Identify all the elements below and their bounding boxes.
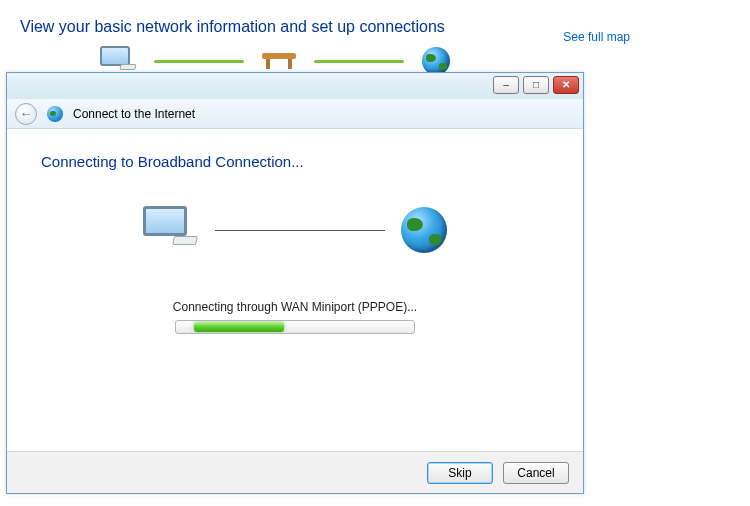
progress-bar-fill — [194, 322, 284, 332]
connect-wizard-window: – □ ✕ ← Connect to the Internet Connecti… — [6, 72, 584, 494]
computer-icon — [143, 206, 199, 254]
network-device-icon — [262, 51, 296, 71]
globe-icon — [47, 106, 63, 122]
wizard-window-title: Connect to the Internet — [73, 107, 195, 121]
wizard-heading: Connecting to Broadband Connection... — [41, 153, 549, 170]
internet-globe-icon — [401, 207, 447, 253]
connection-line-icon — [215, 230, 385, 231]
see-full-map-link[interactable]: See full map — [563, 30, 630, 44]
wizard-body: Connecting to Broadband Connection... Co… — [7, 129, 583, 449]
minimize-button[interactable]: – — [493, 76, 519, 94]
back-button[interactable]: ← — [15, 103, 37, 125]
link-line-icon — [154, 60, 244, 63]
wizard-header: ← Connect to the Internet — [7, 99, 583, 129]
link-line-icon — [314, 60, 404, 63]
close-button[interactable]: ✕ — [553, 76, 579, 94]
connection-graphic — [41, 206, 549, 254]
skip-button[interactable]: Skip — [427, 462, 493, 484]
status-text: Connecting through WAN Miniport (PPPOE).… — [41, 300, 549, 314]
network-sharing-header: View your basic network information and … — [20, 18, 740, 76]
wizard-footer: Skip Cancel — [7, 451, 583, 493]
progress-bar — [175, 320, 415, 334]
internet-globe-icon — [422, 47, 450, 75]
window-titlebar[interactable]: – □ ✕ — [7, 73, 583, 99]
maximize-button[interactable]: □ — [523, 76, 549, 94]
nsc-title: View your basic network information and … — [20, 18, 740, 36]
cancel-button[interactable]: Cancel — [503, 462, 569, 484]
